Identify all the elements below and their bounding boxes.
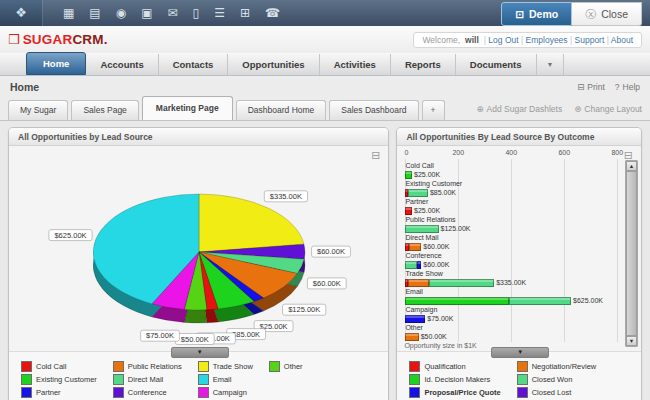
add-dashlets-button[interactable]: ⊕Add Sugar Dashlets — [476, 104, 562, 114]
sugarcrm-app: ❖ ▦▤◉▣✉▯☰⊞☎ ⊡ Demo ⓧ Close ❒ SUGARCRM. W… — [0, 0, 650, 400]
legend-swatch — [269, 361, 280, 372]
legend-item-id-decision-makers: Id. Decision Makers — [409, 373, 500, 386]
envelope-icon[interactable]: ✉ — [168, 0, 178, 26]
nav-tab-documents[interactable]: Documents — [456, 54, 537, 75]
scroll-up-icon[interactable]: ▲ — [626, 161, 637, 171]
legend-item-direct-mail: Direct Mail — [113, 373, 182, 386]
dashboard-tab-sales-dashboard[interactable]: Sales Dashboard — [329, 100, 418, 120]
x-axis-tick: 0 — [404, 149, 408, 156]
legend-label: Direct Mail — [128, 375, 163, 384]
bar-segment-closed-won[interactable] — [429, 279, 494, 287]
dashboard-tabs: My SugarSales PageMarketing PageDashboar… — [8, 96, 445, 120]
collapse-handle[interactable]: ▼ — [171, 347, 229, 358]
bar-chart-area: ⊟ Opportunity size in $1K ▲ ▼ 0200400600… — [397, 146, 641, 351]
logo-text: SUGARCRM. — [23, 32, 108, 47]
welcome-link-employees[interactable]: Employees — [523, 35, 570, 45]
bar-segment-closed-won[interactable] — [405, 261, 417, 269]
welcome-link-log-out[interactable]: Log Out — [486, 35, 521, 45]
sugarcrm-logo[interactable]: ❒ SUGARCRM. — [8, 32, 108, 47]
bar-segment-closed-won[interactable] — [509, 297, 571, 305]
bar: $85.00K — [405, 188, 462, 197]
bar-segment-proposal-price-quote[interactable] — [405, 315, 425, 323]
nav-tab-activities[interactable]: Activities — [320, 54, 391, 75]
calendar-icon[interactable]: ⊞ — [240, 0, 250, 26]
legend-label: Proposal/Price Quote — [424, 388, 500, 397]
pie-legend: ▼ Cold CallExisting CustomerPartnerPubli… — [9, 351, 388, 400]
add-tab-button[interactable]: + — [422, 100, 445, 120]
dashboard-tab-sales-page[interactable]: Sales Page — [71, 100, 138, 120]
coins-icon[interactable]: ◉ — [116, 0, 126, 26]
phone-icon[interactable]: ☎ — [265, 0, 280, 26]
pie-label-campaign: $75.00K — [141, 330, 180, 341]
scroll-thumb[interactable] — [626, 171, 637, 336]
dashlet-title-bar[interactable]: All Opportunities by Lead Source — [9, 128, 388, 146]
pie-chart: $335.00K$60.00K$60.00K$125.00K$25.00K$85… — [9, 146, 373, 351]
bar-segment-negotiation-review[interactable] — [408, 279, 429, 287]
cube-icon[interactable]: ❖ — [0, 0, 43, 26]
svg-text:$50.00K: $50.00K — [181, 335, 209, 344]
bar-segment-closed-won[interactable] — [408, 189, 428, 197]
bar-segment-closed-won[interactable] — [405, 225, 438, 233]
bar-category-label: Email — [405, 288, 603, 296]
bar: $75.00K — [405, 314, 453, 323]
print-link[interactable]: ⊟Print — [577, 82, 605, 92]
breadcrumb-row: Home ⊟Print ?Help — [0, 76, 650, 97]
bar-segment-proposal-price-quote[interactable] — [417, 261, 421, 269]
nav-tab-home[interactable]: Home — [26, 52, 86, 75]
x-axis-tick: 200 — [452, 149, 464, 156]
chart-footnote: Opportunity size in $1K — [404, 342, 476, 349]
bar-category-label: Public Relations — [405, 216, 470, 224]
chart-scrollbar[interactable]: ▲ ▼ — [625, 160, 638, 347]
layout-icon: ⊛ — [574, 104, 581, 114]
bar-value-label: $60.00K — [423, 243, 449, 250]
bar-segment-qualification[interactable] — [405, 207, 412, 215]
scroll-down-icon[interactable]: ▼ — [626, 336, 637, 346]
dashboard-tab-marketing-page[interactable]: Marketing Page — [142, 96, 233, 120]
nav-tab-opportunities[interactable]: Opportunities — [228, 54, 319, 75]
bar-value-label: $625.00K — [573, 297, 603, 304]
bar-value-label: $125.00K — [441, 225, 471, 232]
help-link[interactable]: ?Help — [615, 82, 640, 92]
svg-text:$75.00K: $75.00K — [146, 331, 174, 340]
print-chart-icon[interactable]: ⊟ — [371, 149, 380, 162]
bar-category-label: Cold Call — [405, 162, 440, 170]
collapse-handle[interactable]: ▼ — [491, 347, 549, 358]
pie-slice-trade-show[interactable] — [199, 194, 304, 252]
legend-item-qualification: Qualification — [409, 360, 500, 373]
bar-category-label: Trade Show — [405, 270, 526, 278]
demo-button[interactable]: ⊡ Demo — [501, 2, 572, 26]
dashlet-lead-source-outcome-bar: All Opportunities By Lead Source By Outc… — [396, 127, 642, 400]
briefcase-icon[interactable]: ▣ — [141, 0, 152, 26]
dashlet-title-bar[interactable]: All Opportunities By Lead Source By Outc… — [397, 128, 641, 146]
bar: $625.00K — [405, 296, 603, 305]
module-nav-tabs: HomeAccountsContactsOpportunitiesActivit… — [0, 53, 650, 76]
bar-value-label: $85.00K — [430, 189, 456, 196]
nav-more-icon[interactable]: ▼ — [537, 54, 565, 75]
bar-segment-id-decision-makers[interactable] — [405, 171, 412, 179]
bar-row-cold-call: Cold Call$25.00K — [405, 162, 440, 179]
contact-card-icon[interactable]: ▤ — [89, 0, 100, 26]
nav-tab-contacts[interactable]: Contacts — [159, 54, 229, 75]
dashboard-tab-my-sugar[interactable]: My Sugar — [8, 100, 68, 120]
close-button[interactable]: ⓧ Close — [572, 2, 642, 26]
legend-swatch — [21, 374, 32, 385]
bar-segment-negotiation-review[interactable] — [405, 333, 418, 341]
quick-access-toolbar: ❖ ▦▤◉▣✉▯☰⊞☎ ⊡ Demo ⓧ Close — [0, 0, 650, 26]
legend-label: Qualification — [424, 362, 465, 371]
nav-tab-reports[interactable]: Reports — [391, 54, 456, 75]
checklist-icon[interactable]: ☰ — [214, 0, 225, 26]
notebook-icon[interactable]: ▯ — [193, 0, 200, 26]
welcome-link-about[interactable]: About — [609, 35, 633, 45]
bar-row-direct-mail: Direct Mail$60.00K — [405, 234, 449, 251]
bar-segment-id-decision-makers[interactable] — [405, 297, 508, 305]
change-layout-button[interactable]: ⊛Change Layout — [574, 104, 642, 114]
gridline — [564, 159, 565, 342]
legend-swatch — [409, 387, 420, 398]
building-icon[interactable]: ▦ — [63, 0, 74, 26]
bar-segment-negotiation-review[interactable] — [409, 243, 422, 251]
dashboard-tab-dashboard-home[interactable]: Dashboard Home — [236, 100, 327, 120]
bar: $60.00K — [405, 242, 449, 251]
close-icon: ⓧ — [585, 3, 596, 25]
welcome-link-support[interactable]: Support — [572, 35, 607, 45]
nav-tab-accounts[interactable]: Accounts — [86, 54, 158, 75]
